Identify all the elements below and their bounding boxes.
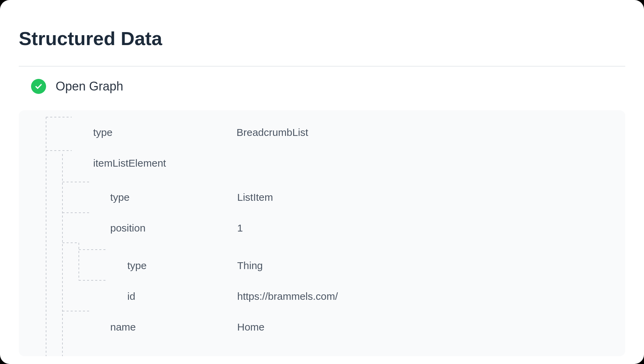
tree-value: https://brammels.com/: [237, 291, 338, 302]
tree-row: name Home: [62, 321, 609, 352]
page-title: Structured Data: [19, 27, 625, 50]
tree-key: type: [110, 192, 237, 203]
divider: [19, 66, 625, 67]
tree-key: name: [110, 321, 237, 333]
section-title: Open Graph: [56, 79, 123, 94]
tree-value: 1: [237, 222, 243, 234]
tree-value: Home: [237, 321, 264, 333]
tree-row: type BreadcrumbList: [62, 127, 609, 157]
tree-value: ListItem: [237, 192, 273, 203]
tree-row: position 1: [62, 222, 609, 260]
check-icon: [31, 79, 46, 94]
tree-key: type: [93, 127, 237, 138]
structured-data-card: Structured Data Open Graph: [0, 0, 644, 364]
tree-key: position: [110, 222, 237, 234]
tree-panel: type BreadcrumbList itemListElement type…: [19, 110, 625, 356]
tree: type BreadcrumbList itemListElement type…: [35, 127, 609, 352]
tree-row: id https://brammels.com/: [62, 291, 609, 321]
tree-value: BreadcrumbList: [237, 127, 308, 138]
tree-row: type ListItem: [62, 192, 609, 222]
tree-key: type: [127, 260, 237, 271]
section-header: Open Graph: [19, 79, 625, 94]
tree-key: itemListElement: [93, 157, 237, 169]
tree-row: type Thing: [62, 260, 609, 291]
tree-value: Thing: [237, 260, 263, 271]
tree-row: itemListElement: [62, 157, 609, 192]
tree-key: id: [127, 291, 237, 302]
